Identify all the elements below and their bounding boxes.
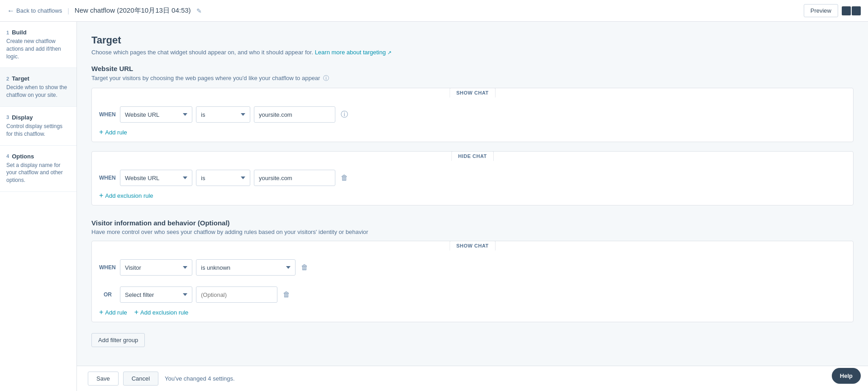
show-chat-tab: SHOW CHAT bbox=[449, 88, 496, 98]
cancel-button[interactable]: Cancel bbox=[123, 372, 158, 386]
visitor-section-subtitle: Have more control over who sees your cha… bbox=[91, 229, 854, 235]
rule-row-or: OR Select filter 🗑 bbox=[92, 279, 853, 306]
show-chat-card: SHOW CHAT WHEN Website URL is is not con… bbox=[91, 88, 854, 142]
step-title-target: Target bbox=[12, 75, 29, 82]
rule3-optional-input[interactable] bbox=[196, 286, 277, 303]
visitor-show-chat-card: SHOW CHAT WHEN Visitor is unknown is kno… bbox=[91, 241, 854, 322]
visitor-section-title: Visitor information and behavior (Option… bbox=[91, 219, 854, 227]
add-rule-btn-3[interactable]: + Add rule bbox=[99, 308, 127, 316]
rule-row-3: WHEN Visitor is unknown is known 🗑 bbox=[92, 252, 853, 279]
or-label: OR bbox=[99, 291, 116, 298]
step-desc-options: Set a display name for your chatflow and… bbox=[6, 162, 70, 184]
rule3-footer: + Add rule + Add exclusion rule bbox=[92, 306, 853, 322]
back-arrow-icon: ← bbox=[7, 7, 14, 15]
sidebar-step-build[interactable]: 1 Build Create new chatflow actions and … bbox=[0, 22, 76, 68]
rule3-or-delete-btn[interactable]: 🗑 bbox=[281, 289, 292, 300]
plus-icon-2: + bbox=[99, 191, 103, 200]
rule1-info-btn[interactable]: ⓘ bbox=[339, 108, 350, 121]
when-label-3: WHEN bbox=[99, 264, 116, 271]
info-icon: ⓘ bbox=[323, 75, 329, 81]
rule3-dropdown1[interactable]: Visitor bbox=[120, 259, 192, 276]
rule3-delete-btn[interactable]: 🗑 bbox=[299, 262, 310, 273]
view-sq-2[interactable] bbox=[852, 6, 861, 15]
rule1-footer: + Add rule bbox=[92, 126, 853, 142]
page-subtitle: Choose which pages the chat widget shoul… bbox=[91, 49, 854, 56]
save-button[interactable]: Save bbox=[88, 372, 119, 386]
sidebar-step-target[interactable]: 2 Target Decide when to show the chatflo… bbox=[0, 68, 76, 107]
sidebar-step-options[interactable]: 4 Options Set a display name for your ch… bbox=[0, 146, 76, 192]
rule2-footer: + Add exclusion rule bbox=[92, 190, 853, 205]
sidebar: 1 Build Create new chatflow actions and … bbox=[0, 22, 77, 391]
topbar-left: ← Back to chatflows | New chatflow (2020… bbox=[7, 6, 202, 15]
step-header-build: 1 Build bbox=[6, 29, 70, 36]
step-header-target: 2 Target bbox=[6, 75, 70, 82]
view-toggle bbox=[842, 6, 861, 15]
rule3-dropdown3[interactable]: Select filter bbox=[120, 286, 192, 303]
rule2-dropdown2[interactable]: is is not contains bbox=[196, 170, 250, 186]
topbar: ← Back to chatflows | New chatflow (2020… bbox=[0, 0, 868, 22]
step-header-options: 4 Options bbox=[6, 153, 70, 160]
step-num-2: 2 bbox=[6, 76, 9, 81]
main-content: Target Choose which pages the chat widge… bbox=[77, 22, 868, 391]
add-rule-btn-1[interactable]: + Add rule bbox=[99, 128, 127, 136]
learn-more-link[interactable]: Learn more about targeting bbox=[315, 49, 391, 56]
rule-row-2: WHEN Website URL is is not contains 🗑 bbox=[92, 162, 853, 190]
website-url-section: Website URL Target your visitors by choo… bbox=[91, 65, 854, 205]
changed-text: You've changed 4 settings. bbox=[165, 375, 235, 382]
bottom-bar: Save Cancel You've changed 4 settings. bbox=[77, 366, 868, 391]
step-desc-display: Control display settings for this chatfl… bbox=[6, 123, 70, 138]
plus-icon-4: + bbox=[134, 308, 138, 316]
chatflow-title: New chatflow (2020年10月13日 04:53) bbox=[75, 6, 191, 15]
step-title-display: Display bbox=[12, 114, 33, 121]
preview-button[interactable]: Preview bbox=[804, 4, 838, 17]
rule3-dropdown2[interactable]: is unknown is known bbox=[196, 259, 296, 276]
step-desc-target: Decide when to show the chatflow on your… bbox=[6, 84, 70, 99]
step-num-4: 4 bbox=[6, 153, 9, 159]
add-exclusion-rule-btn[interactable]: + Add exclusion rule bbox=[99, 191, 153, 200]
rule-row-1: WHEN Website URL is is not contains ⓘ bbox=[92, 99, 853, 126]
hide-chat-tab: HIDE CHAT bbox=[451, 151, 494, 161]
rule1-dropdown2[interactable]: is is not contains bbox=[196, 106, 250, 123]
step-desc-build: Create new chatflow actions and add if/t… bbox=[6, 38, 70, 60]
rule1-url-input[interactable] bbox=[254, 106, 335, 123]
plus-icon-3: + bbox=[99, 308, 103, 316]
step-num-3: 3 bbox=[6, 114, 9, 120]
rule1-dropdown1[interactable]: Website URL bbox=[120, 106, 192, 123]
add-filter-group-btn[interactable]: Add filter group bbox=[91, 333, 145, 347]
view-sq-1[interactable] bbox=[842, 6, 851, 15]
sidebar-step-display[interactable]: 3 Display Control display settings for t… bbox=[0, 107, 76, 146]
step-num-1: 1 bbox=[6, 30, 9, 35]
website-url-title: Website URL bbox=[91, 65, 854, 72]
back-to-chatflows-link[interactable]: ← Back to chatflows bbox=[7, 7, 62, 15]
website-url-subtitle: Target your visitors by choosing the web… bbox=[91, 74, 854, 82]
step-title-options: Options bbox=[12, 153, 34, 160]
topbar-right: Preview bbox=[804, 4, 861, 17]
visitor-section: Visitor information and behavior (Option… bbox=[91, 219, 854, 347]
when-label-1: WHEN bbox=[99, 111, 116, 118]
when-label-2: WHEN bbox=[99, 175, 116, 181]
plus-icon-1: + bbox=[99, 128, 103, 136]
hide-chat-card: HIDE CHAT WHEN Website URL is is not con… bbox=[91, 151, 854, 205]
rule2-url-input[interactable] bbox=[254, 170, 335, 186]
back-label: Back to chatflows bbox=[16, 7, 62, 14]
step-title-build: Build bbox=[12, 29, 27, 36]
help-button[interactable]: Help bbox=[832, 368, 861, 384]
add-exclusion-rule-btn-2[interactable]: + Add exclusion rule bbox=[134, 308, 189, 316]
page-title: Target bbox=[91, 34, 854, 46]
step-header-display: 3 Display bbox=[6, 114, 70, 121]
show-chat-tab-2: SHOW CHAT bbox=[449, 241, 496, 251]
rule2-dropdown1[interactable]: Website URL bbox=[120, 170, 192, 186]
rule2-delete-btn[interactable]: 🗑 bbox=[339, 172, 350, 184]
edit-title-icon[interactable]: ✎ bbox=[196, 7, 202, 14]
